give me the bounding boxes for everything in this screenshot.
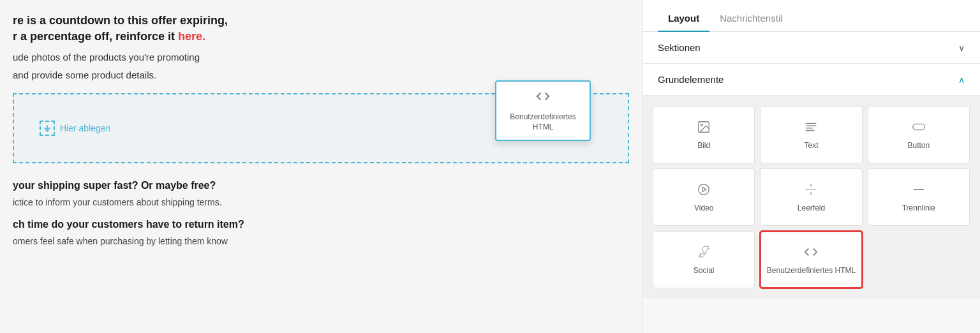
element-label-html: Benutzerdefiniertes HTML: [767, 266, 856, 276]
section-sektionen-header[interactable]: Sektionen: [642, 32, 980, 64]
drop-zone-label: Hier ablegen: [40, 121, 110, 136]
svg-rect-8: [913, 124, 924, 130]
sidebar-content: Sektionen Grundelemente Bild: [642, 32, 980, 333]
sidebar-panel: Layout Nachrichtenstil Sektionen Grundel…: [642, 0, 980, 333]
section-grundelemente-header[interactable]: Grundelemente: [642, 64, 980, 96]
element-card-text[interactable]: Text: [760, 106, 862, 163]
svg-point-3: [701, 124, 703, 126]
element-card-video[interactable]: Video: [653, 168, 755, 226]
drop-icon: [40, 121, 55, 136]
social-icon: f: [697, 243, 711, 261]
svg-point-9: [699, 184, 709, 195]
button-icon: [912, 118, 926, 136]
element-card-html[interactable]: Benutzerdefiniertes HTML: [760, 231, 862, 288]
email-link[interactable]: here.: [178, 30, 205, 43]
section-grundelemente-chevron: [958, 75, 965, 85]
email-content: re is a countdown to this offer expiring…: [13, 0, 629, 270]
html-code-icon: [804, 243, 818, 261]
elements-grid: Bild Text: [642, 96, 980, 299]
email-preview-panel: re is a countdown to this offer expiring…: [0, 0, 642, 333]
email-line3: ude photos of the products you're promot…: [13, 50, 629, 65]
section-sektionen-chevron: [958, 43, 965, 53]
section1-text: ictice to inform your customers about sh…: [13, 195, 629, 209]
element-label-bild: Bild: [697, 141, 710, 151]
drop-zone-wrapper: Hier ablegen BenutzerdefiniertesHTML: [13, 93, 629, 170]
code-icon-floating: [536, 89, 550, 107]
email-line2: r a percentage off, reinforce it here.: [13, 30, 205, 43]
dragged-element-label: BenutzerdefiniertesHTML: [510, 112, 575, 132]
email-line1: re is a countdown to this offer expiring…: [13, 13, 629, 45]
tab-nachrichtenstil[interactable]: Nachrichtenstil: [709, 5, 792, 31]
element-card-social[interactable]: f Social: [653, 231, 755, 288]
element-label-video: Video: [694, 204, 713, 214]
element-label-button: Button: [907, 141, 930, 151]
leerfeld-icon: [804, 181, 818, 198]
section1-heading: your shipping super fast? Or maybe free?: [13, 180, 629, 191]
trennlinie-icon: [912, 181, 926, 198]
section-grundelemente-label: Grundelemente: [658, 74, 724, 85]
element-card-bild[interactable]: Bild: [653, 106, 755, 163]
video-icon: [697, 181, 711, 198]
section-sektionen-label: Sektionen: [658, 42, 701, 53]
element-card-leerfeld[interactable]: Leerfeld: [760, 168, 862, 226]
tab-bar: Layout Nachrichtenstil: [642, 0, 980, 32]
element-label-trennlinie: Trennlinie: [902, 204, 935, 214]
element-label-text: Text: [804, 141, 818, 151]
image-icon: [697, 118, 711, 136]
element-card-button[interactable]: Button: [868, 106, 970, 163]
text-icon: [804, 118, 818, 136]
element-label-social: Social: [694, 266, 715, 276]
section2-text: omers feel safe when purchasing by letti…: [13, 234, 629, 248]
element-card-trennlinie[interactable]: Trennlinie: [868, 168, 970, 226]
tab-layout[interactable]: Layout: [658, 5, 709, 31]
section2-heading: ch time do your customers have to return…: [13, 219, 629, 230]
dragged-element-floating: BenutzerdefiniertesHTML: [495, 80, 591, 141]
svg-marker-10: [702, 188, 706, 192]
element-label-leerfeld: Leerfeld: [798, 204, 825, 214]
